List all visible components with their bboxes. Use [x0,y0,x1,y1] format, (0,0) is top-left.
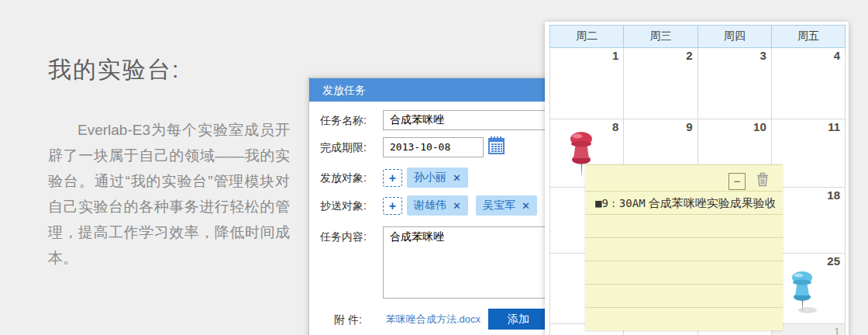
task-name-label: 任务名称: [320,110,376,130]
blue-pushpin-icon[interactable] [786,269,823,320]
note-controls: − [728,172,769,190]
attachment-label: 附 件: [334,309,379,330]
content-label: 任务内容: [320,226,376,247]
weekday-header-row: 周二 周三 周四 周五 [550,26,846,48]
minimize-button[interactable]: − [728,173,746,190]
tag-label: 吴宝军 [483,199,515,212]
deadline-label: 完成期限: [320,137,376,157]
cc-label: 抄送对象: [320,195,376,216]
calendar-week-row: 1 2 3 4 [550,48,846,119]
calendar-cell[interactable]: 2 [624,48,698,119]
cc-tag[interactable]: 谢雄伟 ✕ [407,195,468,216]
weekday-header: 周四 [698,26,771,48]
calendar-cell[interactable]: 1 [550,48,624,119]
page-title: 我的实验台: [48,54,290,86]
weekday-header: 周二 [550,26,624,48]
weekday-header: 周三 [624,26,698,48]
note-time: ■9：30AM [595,197,646,209]
remove-tag-icon[interactable]: ✕ [453,200,461,212]
remove-tag-icon[interactable]: ✕ [522,200,530,212]
note-title: 合成苯咪唑实验成果验收！ [649,196,775,209]
note-text: ■9：30AM 合成苯咪唑实验成果验收！ [595,196,775,211]
tag-label: 谢雄伟 [414,199,446,212]
sticky-note[interactable]: − ■9：30AM 合成苯咪唑实验成果验收！ [585,164,783,330]
assign-label: 发放对象: [320,168,376,188]
calendar-cell[interactable]: 3 [698,48,771,119]
attachment-file-link[interactable]: 苯咪唑合成方法.docx [386,313,480,326]
add-attachment-button[interactable]: 添加 [488,309,549,330]
deadline-input[interactable] [383,137,484,157]
assignee-tag[interactable]: 孙小丽 ✕ [407,168,468,188]
trash-icon[interactable] [756,172,769,190]
cc-tag[interactable]: 吴宝军 ✕ [476,195,537,216]
intro-paragraph: Everlab-E3为每个实验室成员开辟了一块属于自己的领域——我的实验台。通过… [48,117,290,271]
add-cc-button[interactable]: + [383,197,402,215]
calendar-cell[interactable]: 4 [771,48,845,119]
tag-label: 孙小丽 [414,171,446,185]
calendar-icon[interactable] [488,136,505,157]
add-assignee-button[interactable]: + [383,169,402,187]
intro-section: 我的实验台: Everlab-E3为每个实验室成员开辟了一块属于自己的领域——我… [48,54,290,271]
weekday-header: 周五 [771,26,845,48]
remove-tag-icon[interactable]: ✕ [453,172,461,184]
red-pushpin-icon[interactable] [561,129,600,188]
